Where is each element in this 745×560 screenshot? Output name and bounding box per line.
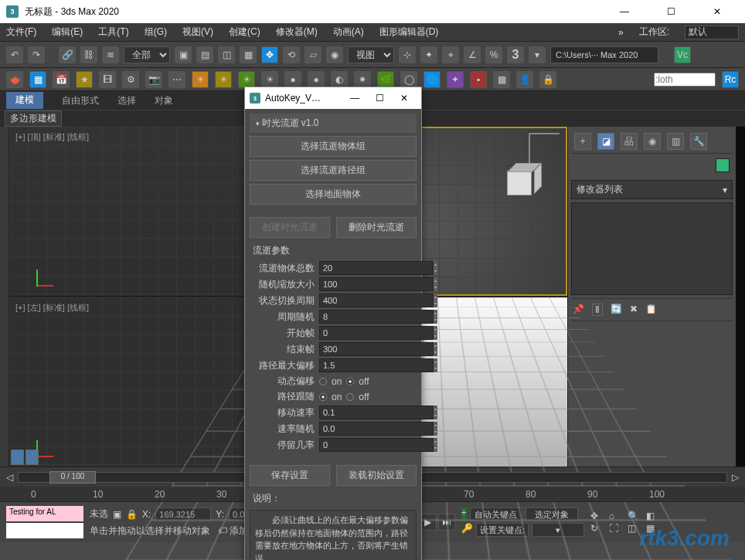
time-slider-handle[interactable]: 0 / 100 — [49, 471, 96, 484]
panel-icon[interactable]: ▦ — [29, 71, 46, 88]
delete-button[interactable]: 删除时光流逝 — [336, 217, 417, 238]
path-display[interactable] — [550, 46, 658, 63]
named-sel-icon[interactable]: ▾ — [529, 46, 546, 63]
sun1-icon[interactable]: ☀ — [192, 71, 209, 88]
roll-icon[interactable]: 🎞 — [99, 71, 116, 88]
sphere3-icon[interactable]: ◐ — [331, 71, 348, 88]
window-crossing-icon[interactable]: ▦ — [240, 46, 257, 63]
maximize-button[interactable]: ☐ — [655, 2, 686, 21]
link-icon[interactable]: 🔗 — [59, 46, 76, 63]
workspace-dropdown[interactable] — [685, 25, 739, 39]
rotate-icon[interactable]: ⟲ — [283, 46, 300, 63]
save-settings-button[interactable]: 保存设置 — [250, 465, 330, 486]
move-icon[interactable]: ✥ — [261, 46, 278, 63]
menu-grapheditor[interactable]: 图形编辑器(D) — [379, 25, 439, 39]
percent-snap-icon[interactable]: % — [485, 46, 502, 63]
menu-view[interactable]: 视图(V) — [182, 25, 213, 39]
angle-snap-icon[interactable]: ∠ — [464, 46, 481, 63]
menu-create[interactable]: 创建(C) — [229, 25, 260, 39]
globe-icon[interactable]: 🌐 — [424, 71, 441, 88]
dialog-close-button[interactable]: ✕ — [392, 93, 417, 104]
camera-icon[interactable]: 📷 — [145, 71, 162, 88]
modify-panel-icon[interactable]: ◪ — [597, 133, 614, 150]
create-panel-icon[interactable]: + — [574, 133, 591, 150]
close-button[interactable]: ✕ — [702, 2, 733, 21]
sphere1-icon[interactable]: ● — [284, 71, 301, 88]
redo-icon[interactable]: ↷ — [28, 46, 45, 63]
utilities-panel-icon[interactable]: 🔧 — [690, 133, 707, 150]
move-speed-input[interactable] — [319, 406, 434, 419]
sun4-icon[interactable]: ☀ — [261, 71, 278, 88]
dynamic-offset-on-radio[interactable] — [319, 378, 327, 385]
ref-coord-dropdown[interactable]: 视图 — [348, 46, 394, 63]
path-follow-off-radio[interactable] — [346, 393, 354, 401]
undo-icon[interactable]: ↶ — [6, 46, 23, 63]
sphere2-icon[interactable]: ● — [308, 71, 325, 88]
sun3-icon[interactable]: ☀ — [238, 71, 255, 88]
lock-icon[interactable]: 🔒 — [539, 71, 556, 88]
tab-freeform[interactable]: 自由形式 — [62, 94, 99, 107]
select-ground-button[interactable]: 选择地面物体 — [250, 184, 417, 205]
modifier-stack[interactable] — [571, 202, 733, 295]
dialog-maximize-button[interactable]: ☐ — [367, 93, 392, 104]
galaxy-icon[interactable]: ✦ — [447, 71, 464, 88]
tab-selection[interactable]: 选择 — [117, 94, 136, 107]
scale-icon[interactable]: ▱ — [304, 46, 321, 63]
cog-icon[interactable]: ⚙ — [122, 71, 139, 88]
snap-toggle-icon[interactable]: ⌖ — [442, 46, 459, 63]
pivot-icon[interactable]: ⊹ — [399, 46, 416, 63]
path-follow-on-radio[interactable] — [319, 393, 327, 401]
rollout-header[interactable]: 时光流逝 v1.0 — [250, 114, 417, 133]
select-name-icon[interactable]: ▤ — [196, 46, 213, 63]
date-icon[interactable]: 📅 — [53, 71, 70, 88]
mat-icon[interactable]: ▪ — [470, 71, 487, 88]
spinner-snap-icon[interactable]: 3 — [507, 46, 524, 63]
menu-tools[interactable]: 工具(T) — [98, 25, 128, 39]
show-end-icon[interactable]: Ⅱ — [592, 304, 603, 316]
dynamic-offset-off-radio[interactable] — [346, 378, 354, 385]
placement-icon[interactable]: ◉ — [326, 46, 343, 63]
viewport-left-label[interactable]: [+] [左] [标准] [线框] — [15, 302, 89, 314]
rc-button[interactable]: Rc — [722, 71, 739, 88]
maxscript-listener[interactable]: Testing for AL — [6, 506, 83, 521]
manip-icon[interactable]: ✦ — [420, 46, 437, 63]
timeline-end-icon[interactable]: ▷ — [732, 472, 739, 483]
selection-filter-dropdown[interactable]: 全部 — [124, 46, 170, 63]
dialog-minimize-button[interactable]: — — [342, 93, 367, 104]
plant-icon[interactable]: 🌿 — [377, 71, 394, 88]
speed-random-input[interactable] — [319, 422, 434, 436]
start-frame-input[interactable] — [319, 326, 434, 340]
viewcube-icon[interactable] — [529, 133, 560, 164]
stay-chance-input[interactable] — [319, 438, 434, 452]
load-settings-button[interactable]: 装载初始设置 — [336, 465, 417, 486]
ring-icon[interactable]: ◯ — [400, 71, 417, 88]
person-icon[interactable]: 👤 — [516, 71, 533, 88]
menu-file[interactable]: 文件(F) — [6, 25, 36, 39]
minimize-button[interactable]: — — [609, 2, 640, 21]
bind-icon[interactable]: ≋ — [102, 46, 119, 63]
sun2-icon[interactable]: ☀ — [215, 71, 232, 88]
random-scale-input[interactable] — [319, 277, 434, 291]
configure-icon[interactable]: 📋 — [645, 304, 657, 316]
viewcube[interactable] — [507, 167, 538, 198]
tab-modeling[interactable]: 建模 — [6, 92, 43, 109]
lock-selection-icon[interactable]: 🔒 — [126, 509, 138, 520]
period-random-input[interactable] — [319, 310, 434, 324]
dots-icon[interactable]: ⋯ — [168, 71, 185, 88]
hierarchy-panel-icon[interactable]: 品 — [621, 133, 638, 150]
menu-edit[interactable]: 编辑(E) — [52, 25, 83, 39]
viewport-top-label[interactable]: [+] [顶] [标准] [线框] — [15, 131, 89, 143]
search-input[interactable] — [654, 73, 716, 87]
object-color-swatch[interactable] — [716, 158, 730, 172]
rect-select-icon[interactable]: ◫ — [218, 46, 235, 63]
max-offset-input[interactable] — [319, 358, 434, 372]
overflow-icon[interactable]: » — [618, 27, 624, 38]
menu-animation[interactable]: 动画(A) — [333, 25, 364, 39]
select-group-button[interactable]: 选择流逝物体组 — [250, 136, 417, 157]
subtab-polymodel[interactable]: 多边形建模 — [5, 110, 62, 127]
checker-icon[interactable]: ▩ — [493, 71, 510, 88]
unlink-icon[interactable]: ⛓ — [80, 46, 97, 63]
select-icon[interactable]: ▣ — [175, 46, 192, 63]
display-panel-icon[interactable]: ▥ — [667, 133, 684, 150]
end-frame-input[interactable] — [319, 342, 434, 356]
